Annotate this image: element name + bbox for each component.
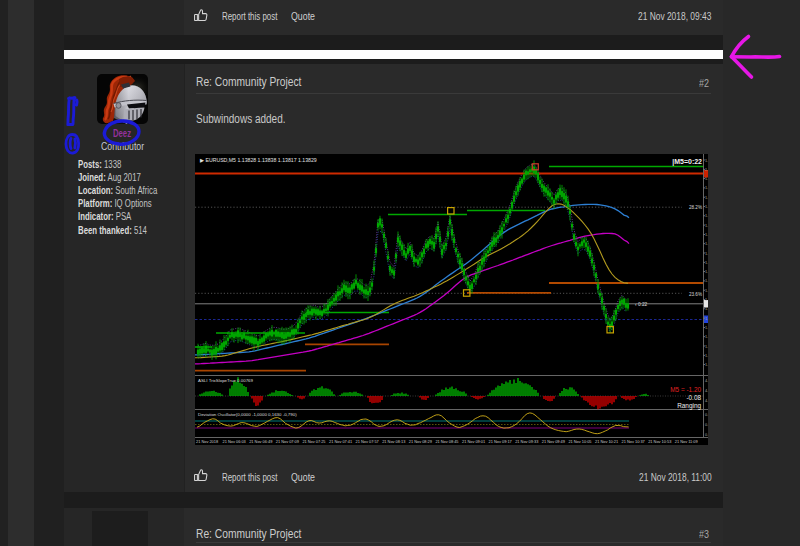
- svg-text:1.1: 1.1: [705, 159, 708, 163]
- svg-text:21 Nov 08:13: 21 Nov 08:13: [382, 439, 405, 444]
- svg-text:1.1: 1.1: [705, 363, 708, 367]
- svg-text:0.: 0.: [705, 433, 708, 437]
- svg-text:21 Nov 10:21: 21 Nov 10:21: [595, 439, 618, 444]
- svg-text:1.1: 1.1: [705, 261, 708, 265]
- svg-text:1.1: 1.1: [705, 205, 708, 209]
- svg-text:1.1: 1.1: [705, 279, 708, 283]
- svg-text:21 Nov 08:29: 21 Nov 08:29: [409, 439, 432, 444]
- svg-text:4.: 4.: [705, 389, 708, 393]
- svg-text:Deviation Oscillator(0,0000 -1: Deviation Oscillator(0,0000 -1,0000 0,16…: [198, 412, 297, 417]
- svg-text:0.: 0.: [705, 413, 708, 417]
- svg-text:0.: 0.: [705, 423, 708, 427]
- svg-text:21 Nov 09:01: 21 Nov 09:01: [462, 439, 485, 444]
- svg-text:1.1: 1.1: [705, 335, 708, 339]
- svg-text:1.1: 1.1: [705, 242, 708, 246]
- svg-text:1.1: 1.1: [705, 177, 708, 181]
- svg-text:4.: 4.: [705, 399, 708, 403]
- svg-text:▶ EURUSD,M5 1.13828 1.13838 1: ▶ EURUSD,M5 1.13828 1.13838 1.13817 1.13…: [200, 157, 317, 163]
- svg-text:21 Nov 11:09: 21 Nov 11:09: [675, 439, 698, 444]
- svg-text:1.1: 1.1: [705, 298, 708, 302]
- svg-text:28.2%: 28.2%: [689, 205, 702, 210]
- svg-text:-0.08: -0.08: [686, 394, 701, 401]
- svg-text:1.1: 1.1: [705, 224, 708, 228]
- svg-text:21 Nov 10:05: 21 Nov 10:05: [568, 439, 591, 444]
- svg-text:21 Nov 09:33: 21 Nov 09:33: [515, 439, 538, 444]
- svg-text:21 Nov 07:41: 21 Nov 07:41: [329, 439, 352, 444]
- svg-text:1.1: 1.1: [705, 345, 708, 349]
- svg-text:1.1: 1.1: [705, 214, 708, 218]
- svg-text:1.1: 1.1: [705, 307, 708, 311]
- svg-text:ASLI TrixSlopeTrue 0.00769: ASLI TrixSlopeTrue 0.00769: [198, 378, 254, 383]
- svg-text:23.6%: 23.6%: [689, 292, 702, 297]
- svg-text:1.1: 1.1: [705, 196, 708, 200]
- svg-text:1.1: 1.1: [705, 270, 708, 274]
- svg-text:1.1: 1.1: [705, 252, 708, 256]
- svg-text:M5 = -1.20: M5 = -1.20: [670, 386, 701, 393]
- svg-text:21 Nov 07:57: 21 Nov 07:57: [356, 439, 379, 444]
- svg-text:21 Nov 07:09: 21 Nov 07:09: [276, 439, 299, 444]
- svg-text:21 Nov 06:49: 21 Nov 06:49: [249, 439, 272, 444]
- svg-text:21 Nov 10:37: 21 Nov 10:37: [622, 439, 645, 444]
- svg-text:21 Nov 09:17: 21 Nov 09:17: [489, 439, 512, 444]
- svg-text:21 Nov 09:49: 21 Nov 09:49: [542, 439, 565, 444]
- svg-text:21 Nov 10:53: 21 Nov 10:53: [648, 439, 671, 444]
- svg-text:1.1: 1.1: [705, 233, 708, 237]
- svg-text:1.1: 1.1: [705, 317, 708, 321]
- svg-text:1.1: 1.1: [705, 354, 708, 358]
- svg-text:|M5=0:22: |M5=0:22: [672, 158, 702, 166]
- svg-text:21 Nov 07:25: 21 Nov 07:25: [302, 439, 325, 444]
- svg-text:1.1: 1.1: [705, 326, 708, 330]
- svg-text:1.1: 1.1: [705, 168, 708, 172]
- svg-text:Ranging: Ranging: [677, 402, 701, 410]
- svg-text:21 Nov 06:03: 21 Nov 06:03: [223, 439, 246, 444]
- svg-text:21 Nov 2018: 21 Nov 2018: [196, 439, 218, 444]
- svg-text:1.1: 1.1: [705, 289, 708, 293]
- svg-text:1.1: 1.1: [705, 186, 708, 190]
- svg-text:21 Nov 08:45: 21 Nov 08:45: [435, 439, 458, 444]
- svg-text:‹ 0:22: ‹ 0:22: [635, 302, 648, 307]
- svg-text:4.: 4.: [705, 379, 708, 383]
